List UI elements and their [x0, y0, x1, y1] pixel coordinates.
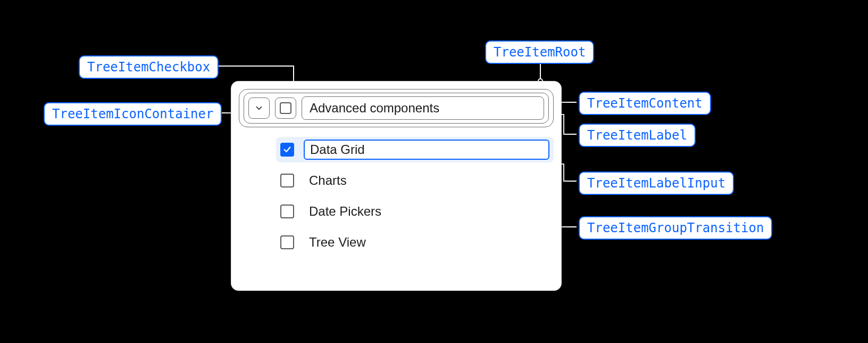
callout-tree-item-content: TreeItemContent	[579, 92, 711, 115]
checkbox-checked-icon[interactable]	[280, 143, 294, 157]
callout-tree-item-icon-container: TreeItemIconContainer	[44, 102, 222, 126]
checkbox-unchecked-icon[interactable]	[280, 174, 294, 187]
callout-tree-item-checkbox: TreeItemCheckbox	[79, 55, 219, 79]
checkbox-unchecked-icon[interactable]	[280, 235, 294, 249]
checkbox-unchecked-icon[interactable]	[280, 205, 294, 218]
chevron-down-icon	[254, 103, 264, 113]
tree-child-label-text: Charts	[304, 173, 549, 188]
tree-child-label-text: Date Pickers	[304, 204, 549, 219]
callout-tree-item-label: TreeItemLabel	[579, 124, 696, 147]
tree-item-label[interactable]: Advanced components	[302, 96, 544, 120]
tree-child-item[interactable]: Date Pickers	[276, 199, 554, 224]
tree-item-root[interactable]: Advanced components	[239, 89, 554, 127]
tree-item-icon-container[interactable]	[248, 97, 270, 119]
tree-child-item[interactable]: Charts	[276, 168, 554, 193]
tree-panel: Advanced components Data Grid Charts Dat…	[231, 81, 562, 291]
tree-item-label-input[interactable]: Data Grid	[304, 140, 549, 160]
callout-tree-item-group-transition: TreeItemGroupTransition	[579, 216, 772, 240]
tree-child-label-text: Tree View	[304, 235, 549, 250]
checkbox-unchecked-icon	[280, 102, 291, 114]
tree-child-item[interactable]: Tree View	[276, 230, 554, 255]
callout-tree-item-root: TreeItemRoot	[485, 40, 594, 64]
tree-item-checkbox[interactable]	[275, 97, 296, 119]
tree-child-label-text: Data Grid	[310, 142, 365, 157]
tree-child-item[interactable]: Data Grid	[276, 137, 554, 162]
tree-item-group-transition: Data Grid Charts Date Pickers Tree View	[239, 137, 554, 255]
callout-tree-item-label-input: TreeItemLabelInput	[579, 172, 734, 195]
tree-item-content[interactable]: Advanced components	[244, 93, 549, 124]
tree-item-label-text: Advanced components	[310, 101, 439, 116]
